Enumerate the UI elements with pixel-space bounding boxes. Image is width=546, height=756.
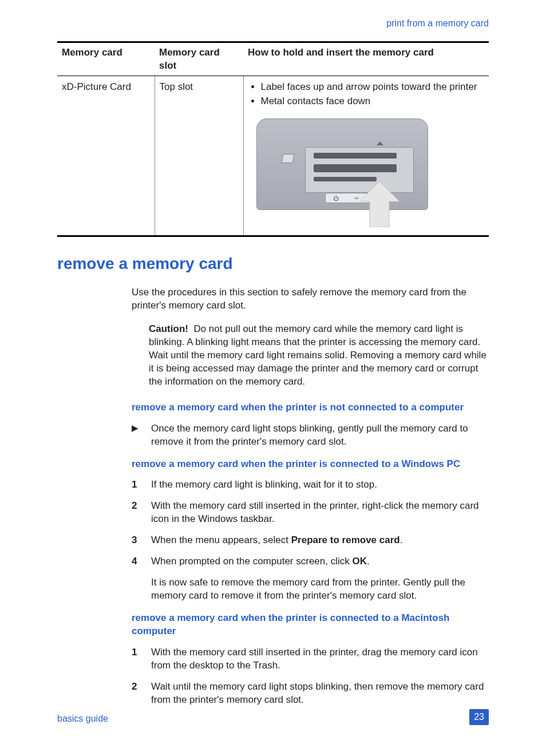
caution-paragraph: Caution! Do not pull out the memory card… xyxy=(149,323,489,389)
table-header-howto: How to hold and insert the memory card xyxy=(243,42,489,76)
chapter-link: print from a memory card xyxy=(57,17,489,30)
howto-bullet: Label faces up and arrow points toward t… xyxy=(261,81,485,94)
cell-slot: Top slot xyxy=(155,76,243,236)
cell-howto: Label faces up and arrow points toward t… xyxy=(243,76,489,236)
step-number: 2 xyxy=(132,680,151,707)
cell-card-name: xD-Picture Card xyxy=(57,76,155,236)
sub2-step1: If the memory card light is blinking, wa… xyxy=(151,478,489,492)
step-number: 4 xyxy=(132,555,151,603)
printer-illustration: ⏻✂▣ xyxy=(256,118,428,227)
sub2-step3: When the menu appears, select Prepare to… xyxy=(151,534,489,547)
step-number: 1 xyxy=(132,478,151,492)
sub2-step2: With the memory card still inserted in t… xyxy=(151,500,489,526)
step-number: 2 xyxy=(132,500,151,526)
sub3-step1: With the memory card still inserted in t… xyxy=(151,646,489,672)
subheading-windows: remove a memory card when the printer is… xyxy=(132,458,489,471)
step-number: 1 xyxy=(132,646,151,672)
caution-label: Caution! xyxy=(149,323,188,334)
intro-paragraph: Use the procedures in this section to sa… xyxy=(132,286,489,312)
table-row: xD-Picture Card Top slot Label faces up … xyxy=(57,76,489,236)
howto-bullet: Metal contacts face down xyxy=(261,95,485,108)
section-title: remove a memory card xyxy=(57,253,489,275)
page-footer: basics guide 23 xyxy=(57,709,489,725)
sub1-item: Once the memory card light stops blinkin… xyxy=(151,422,489,449)
insert-arrow-icon xyxy=(359,181,399,227)
sub2-after: It is now safe to remove the memory card… xyxy=(151,576,489,603)
caution-text: Do not pull out the memory card while th… xyxy=(149,323,486,387)
step-number: 3 xyxy=(132,534,151,547)
table-header-card: Memory card xyxy=(57,42,155,76)
sub3-step2: Wait until the memory card light stops b… xyxy=(151,680,489,707)
svg-marker-0 xyxy=(359,181,399,227)
doc-title: basics guide xyxy=(57,713,108,725)
page-number: 23 xyxy=(469,709,489,725)
subheading-mac: remove a memory card when the printer is… xyxy=(132,612,489,638)
table-header-slot: Memory card slot xyxy=(155,42,243,76)
memory-card-table: Memory card Memory card slot How to hold… xyxy=(57,41,489,238)
arrow-bullet-icon: ▶ xyxy=(132,422,151,449)
subheading-no-computer: remove a memory card when the printer is… xyxy=(132,401,489,414)
sub2-step4: When prompted on the computer screen, cl… xyxy=(151,555,489,603)
